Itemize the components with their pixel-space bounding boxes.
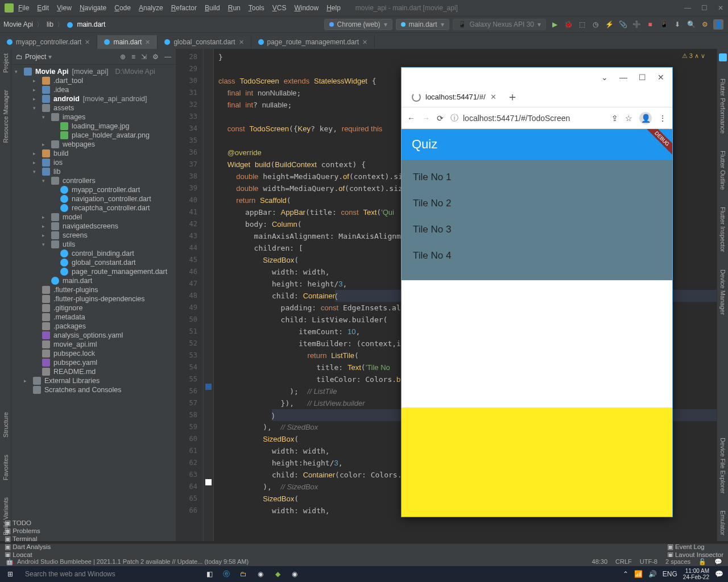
taskbar-search[interactable]: Search the web and Windows — [20, 570, 191, 578]
minimize-icon[interactable]: — — [684, 4, 691, 12]
stop-icon[interactable]: ■ — [645, 19, 655, 30]
task-view-icon[interactable]: ◧ — [202, 567, 216, 581]
bottom-tool-problems[interactable]: ▣ Problems — [5, 527, 56, 535]
tree-node[interactable]: ▾assets — [11, 103, 176, 113]
share-icon[interactable]: ⇪ — [611, 114, 618, 123]
menu-navigate[interactable]: Navigate — [80, 4, 106, 12]
chrome-close-icon[interactable]: ✕ — [657, 73, 664, 82]
tool-favorites[interactable]: Favorites — [2, 455, 9, 480]
tree-node[interactable]: ▸External Libraries — [11, 376, 176, 385]
attach-icon[interactable]: 📎 — [618, 19, 628, 30]
line-separator[interactable]: CRLF — [615, 558, 632, 566]
bottom-tool-terminal[interactable]: ▣ Terminal — [5, 535, 56, 543]
browser-tab[interactable]: localhost:54471/#/ ✕ — [406, 89, 502, 105]
menu-file[interactable]: File — [18, 4, 29, 12]
tree-node[interactable]: .flutter-plugins — [11, 285, 176, 294]
tree-node[interactable]: page_route_management.dart — [11, 267, 176, 276]
tree-node[interactable]: ▸screens — [11, 231, 176, 240]
tab-page_route_management.dart[interactable]: page_route_management.dart✕ — [251, 35, 375, 49]
tree-node[interactable]: ▸.dart_tool — [11, 76, 176, 85]
tree-node[interactable]: ▸model — [11, 213, 176, 222]
list-view[interactable]: Tile No 1Tile No 2Tile No 3Tile No 4 — [402, 160, 672, 280]
back-icon[interactable]: ← — [407, 114, 415, 123]
menu-tools[interactable]: Tools — [249, 4, 264, 12]
menu-analyze[interactable]: Analyze — [139, 4, 163, 12]
list-tile[interactable]: Tile No 2 — [406, 190, 668, 217]
tree-node[interactable]: analysis_options.yaml — [11, 331, 176, 340]
tree-node[interactable]: global_constant.dart — [11, 258, 176, 267]
tool-flutter-inspector[interactable]: Flutter Inspector — [719, 207, 726, 252]
tree-node[interactable]: control_binding.dart — [11, 249, 176, 258]
notifications-icon[interactable]: 💬 — [715, 570, 723, 578]
tree-node[interactable]: .flutter-plugins-dependencies — [11, 294, 176, 304]
project-panel-title[interactable]: Project — [25, 53, 46, 61]
tool-device-manager[interactable]: Device Manager — [719, 269, 726, 315]
tree-node[interactable]: ▸.idea — [11, 85, 176, 94]
tree-node[interactable]: recaptcha_controller.dart — [11, 203, 176, 213]
site-info-icon[interactable]: ⓘ — [450, 113, 458, 123]
list-tile[interactable]: Tile No 1 — [406, 164, 668, 190]
tree-node[interactable]: ▸build — [11, 149, 176, 158]
tray-volume-icon[interactable]: 🔊 — [648, 570, 657, 578]
profile-icon[interactable]: 👤 — [639, 112, 652, 124]
settings-icon[interactable]: ⚙ — [700, 19, 710, 30]
tree-node[interactable]: ▾images — [11, 113, 176, 122]
tree-node[interactable]: pubspec.lock — [11, 349, 176, 358]
readonly-icon[interactable]: 🔓 — [698, 558, 706, 566]
bottom-tool-todo[interactable]: ▣ TODO — [5, 519, 56, 527]
tab-global_constant.dart[interactable]: global_constant.dart✕ — [158, 35, 251, 49]
menu-vcs[interactable]: VCS — [272, 4, 287, 12]
search-icon[interactable]: 🔍 — [686, 19, 696, 30]
tree-node[interactable]: README.md — [11, 367, 176, 376]
bottom-tool-event-log[interactable]: ▣ Event Log — [667, 543, 723, 551]
tree-node[interactable]: Scratches and Consoles — [11, 385, 176, 394]
chrome-minimize-icon[interactable]: — — [619, 73, 627, 82]
bookmark-icon[interactable]: ☆ — [625, 114, 632, 123]
emulator-selector[interactable]: 📱 Galaxy Nexus API 30 ▾ — [453, 19, 546, 30]
indent[interactable]: 2 spaces — [665, 558, 690, 566]
debug-icon[interactable]: 🐞 — [563, 19, 573, 30]
tray-chevron-icon[interactable]: ⌃ — [623, 570, 628, 578]
chrome-icon-1[interactable]: ◉ — [254, 567, 267, 581]
menu-icon[interactable]: ⋮ — [659, 114, 667, 123]
tree-node[interactable]: movie_api.iml — [11, 340, 176, 349]
maximize-icon[interactable]: ☐ — [701, 4, 708, 12]
tree-node[interactable]: ▸android [movie_api_android] — [11, 94, 176, 103]
tool-flutter-outline[interactable]: Flutter Outline — [719, 151, 726, 190]
crumb-lib[interactable]: lib — [43, 20, 57, 28]
close-tab-icon[interactable]: ✕ — [362, 39, 367, 46]
tree-node[interactable]: .gitignore — [11, 304, 176, 313]
tree-node[interactable]: ▾utils — [11, 240, 176, 249]
android-studio-icon[interactable]: ◆ — [271, 567, 284, 581]
profile-icon[interactable]: ◷ — [590, 19, 601, 30]
menu-window[interactable]: Window — [294, 4, 318, 12]
hide-panel-icon[interactable]: — — [164, 53, 171, 61]
tree-node[interactable]: .metadata — [11, 313, 176, 322]
tree-node[interactable]: place_holder_avatar.png — [11, 131, 176, 140]
clock[interactable]: 11:00 AM24-Feb-22 — [683, 568, 709, 580]
tray-network-icon[interactable]: 📶 — [634, 570, 643, 578]
crumb-project[interactable]: Movie Api — [0, 20, 36, 28]
run-icon[interactable]: ▶ — [549, 19, 560, 30]
avatar-icon[interactable]: 👤 — [713, 19, 723, 30]
address-bar[interactable]: ⓘ localhost:54471/#/TodoScreen — [450, 113, 605, 123]
chrome-maximize-icon[interactable]: ☐ — [639, 73, 646, 82]
menu-run[interactable]: Run — [228, 4, 241, 12]
notify-icon[interactable]: 💬 — [714, 558, 722, 566]
tree-node[interactable]: ▸ios — [11, 158, 176, 167]
tool-structure[interactable]: Structure — [2, 412, 9, 438]
settings-panel-icon[interactable]: ⚙ — [152, 53, 159, 61]
close-tab-icon[interactable]: ✕ — [85, 39, 90, 46]
inspection-summary[interactable]: ⚠ 3 ∧ ∨ — [682, 52, 705, 60]
forward-icon[interactable]: → — [422, 114, 430, 123]
tool-flutter-performance[interactable]: Flutter Performance — [719, 78, 726, 134]
collapse-icon[interactable]: ⇲ — [141, 53, 147, 61]
tree-node[interactable]: ▾lib — [11, 167, 176, 176]
tree-node[interactable]: .packages — [11, 322, 176, 331]
menu-view[interactable]: View — [57, 4, 72, 12]
tool-project[interactable]: Project — [2, 53, 9, 73]
chrome-icon-2[interactable]: ◉ — [288, 567, 301, 581]
flutter-attach-icon[interactable]: ➕ — [631, 19, 642, 30]
chrome-chevron-icon[interactable]: ⌄ — [601, 73, 608, 82]
project-tree[interactable]: ▾Movie Api [movie_api]D:\Movie Api▸.dart… — [11, 65, 176, 541]
